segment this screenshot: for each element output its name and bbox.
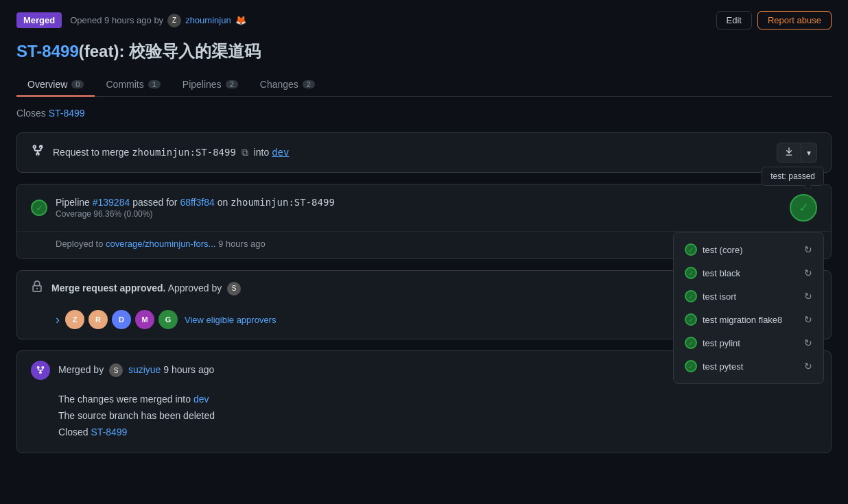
tab-changes-label: Changes [260, 79, 298, 90]
pipeline-passed-label: passed for [132, 197, 177, 208]
branch-from: zhouminjun:ST-8499 [132, 147, 236, 158]
merge-request-title: Request to merge zhouminjun:ST-8499 ⧉ in… [53, 147, 289, 158]
approver-avatar-inline: S [227, 282, 241, 296]
retry-button-4[interactable]: ↻ [804, 337, 812, 348]
edit-button[interactable]: Edit [716, 11, 752, 29]
merge-title-prefix: Request to merge [53, 147, 129, 158]
test-name-3: test migration flake8 [703, 315, 782, 325]
approver-avatar-1: Z [65, 310, 84, 329]
tab-commits-count: 1 [148, 80, 161, 88]
branch-to-link[interactable]: dev [272, 147, 289, 158]
test-status-icon-5: ✓ [685, 360, 697, 372]
pipeline-title: Pipeline #139284 passed for 68ff3f84 on … [56, 197, 781, 208]
retry-button-1[interactable]: ↻ [804, 267, 812, 278]
retry-button-2[interactable]: ↻ [804, 291, 812, 302]
list-item: ✓ test pylint ↻ [674, 331, 823, 355]
test-status-icon-4: ✓ [685, 337, 697, 349]
report-abuse-button[interactable]: Report abuse [757, 11, 832, 29]
approver-avatar-5: G [158, 310, 178, 329]
pipeline-card: ✓ Pipeline #139284 passed for 68ff3f84 o… [16, 184, 832, 259]
closes-link[interactable]: ST-8499 [49, 108, 85, 119]
test-name-1: test black [703, 268, 740, 278]
pipeline-check-button[interactable]: ✓ [790, 194, 817, 221]
expand-approvers-button[interactable]: › [56, 313, 60, 327]
top-bar-right: Edit Report abuse [716, 11, 832, 29]
tooltip-arrow [804, 185, 811, 189]
approver-avatar: S [227, 282, 241, 296]
test-name-2: test isort [703, 291, 736, 302]
author-link[interactable]: zhouminjun [185, 15, 231, 25]
approval-title-bold: Merge request approved. [51, 282, 166, 293]
retry-button-3[interactable]: ↻ [804, 314, 812, 325]
test-name-0: test (core) [703, 245, 743, 255]
test-name-4: test pylint [703, 338, 740, 348]
merged-by-label: Merged by [58, 364, 104, 375]
lock-icon [31, 280, 43, 296]
pipeline-header: ✓ Pipeline #139284 passed for 68ff3f84 o… [17, 184, 831, 231]
merged-title: Merged by S suziyue 9 hours ago [58, 363, 214, 377]
test-status-icon-3: ✓ [685, 313, 697, 326]
deploy-time: 9 hours ago [218, 239, 266, 249]
merge-request-card: Request to merge zhouminjun:ST-8499 ⧉ in… [16, 132, 832, 173]
merged-user-link[interactable]: suziyue [128, 364, 161, 375]
pipeline-right: test: passed ✓ ✓ test (core) ↻ [790, 194, 817, 221]
author-avatar: Z [167, 14, 181, 27]
tooltip-text: test: passed [770, 171, 815, 181]
approval-title: Merge request approved. Approved by S [51, 282, 241, 296]
pipeline-branch: zhouminjun:ST-8499 [231, 197, 335, 208]
page-title: ST-8499(feat): 校验导入的渠道码 [16, 40, 832, 62]
list-item: ✓ test black ↻ [674, 261, 823, 285]
merged-line1: The changes were merged into dev [58, 394, 817, 405]
closed-issue-link[interactable]: ST-8499 [91, 427, 127, 437]
list-item: ✓ test isort ↻ [674, 285, 823, 308]
approved-by-label: Approved by [168, 282, 222, 293]
view-approvers-link[interactable]: View eligible approvers [185, 315, 276, 325]
pipeline-on-label: on [217, 197, 228, 208]
top-bar-left: Merged Opened 9 hours ago by Z zhouminju… [16, 12, 246, 28]
merged-user-avatar: S [109, 363, 123, 377]
tab-commits[interactable]: Commits 1 [95, 73, 171, 97]
top-bar: Merged Opened 9 hours ago by Z zhouminju… [16, 11, 832, 29]
pipeline-status-icon: ✓ [31, 200, 47, 216]
pipeline-number-link[interactable]: #139284 [93, 197, 130, 208]
opened-meta-text: Opened 9 hours ago by [70, 15, 163, 25]
tab-overview[interactable]: Overview 0 [16, 73, 95, 97]
approver-avatar-2: R [89, 310, 108, 329]
tab-pipelines[interactable]: Pipelines 2 [172, 73, 249, 97]
test-status-icon-2: ✓ [685, 290, 697, 302]
retry-button-0[interactable]: ↻ [804, 244, 812, 255]
top-meta: Opened 9 hours ago by Z zhouminjun 🦊 [70, 14, 246, 27]
deploy-link[interactable]: coverage/zhouminjun-fors... [106, 239, 215, 249]
merged-time: 9 hours ago [163, 364, 214, 375]
merged-badge: Merged [16, 12, 62, 28]
tab-pipelines-label: Pipelines [182, 79, 222, 90]
tab-changes-count: 2 [303, 80, 315, 88]
closed-label: Closed [58, 427, 89, 437]
list-item: ✓ test pytest ↻ [674, 355, 823, 378]
card-actions: ▾ [777, 143, 817, 163]
tab-changes[interactable]: Changes 2 [249, 73, 326, 97]
merged-line2: The source branch has been deleted [58, 410, 817, 421]
tab-overview-count: 0 [71, 80, 84, 88]
title-link[interactable]: ST-8499 [16, 42, 79, 60]
merged-body: The changes were merged into dev The sou… [17, 389, 831, 453]
test-status-icon-0: ✓ [685, 243, 697, 256]
pipeline-coverage: Coverage 96.36% (0.00%) [56, 209, 781, 219]
dropdown-button[interactable]: ▾ [801, 143, 817, 163]
closes-label: Closes [16, 108, 46, 119]
download-button[interactable] [777, 143, 801, 163]
list-item: ✓ test (core) ↻ [674, 238, 823, 261]
pipeline-commit-link[interactable]: 68ff3f84 [180, 197, 214, 208]
approver-avatar-3: D [112, 310, 131, 329]
approver-avatar-4: M [135, 310, 154, 329]
tab-overview-label: Overview [27, 79, 67, 90]
retry-button-5[interactable]: ↻ [804, 361, 812, 372]
merged-user-avatar-img: S [109, 363, 123, 377]
merged-closed-line: Closed ST-8499 [58, 427, 817, 437]
merged-branch-link[interactable]: dev [193, 394, 209, 405]
copy-icon[interactable]: ⧉ [242, 147, 248, 158]
pipeline-prefix: Pipeline [56, 197, 90, 208]
tabs-bar: Overview 0 Commits 1 Pipelines 2 Changes… [16, 73, 832, 97]
merged-status-icon [31, 361, 50, 380]
test-status-icon-1: ✓ [685, 267, 697, 279]
